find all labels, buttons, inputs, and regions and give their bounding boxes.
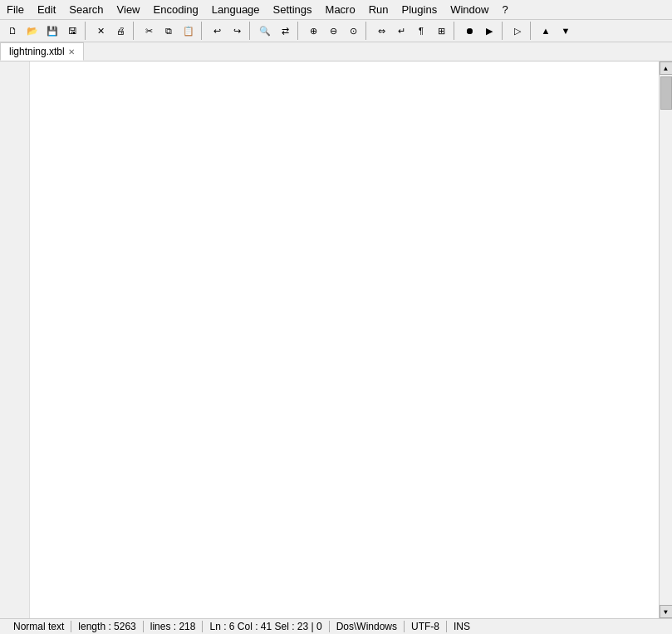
toolbar-sep-3 — [201, 22, 204, 40]
tb-print[interactable]: 🖨 — [111, 22, 130, 40]
tb-replace[interactable]: ⇄ — [276, 22, 294, 40]
menu-plugins[interactable]: Plugins — [395, 2, 444, 17]
toolbar-sep-7 — [454, 22, 457, 40]
tb-close[interactable]: ✕ — [91, 22, 110, 40]
editor: ▲ ▼ — [0, 61, 672, 618]
tb-open[interactable]: 📂 — [23, 22, 42, 40]
code-area[interactable] — [30, 61, 659, 618]
menu-encoding[interactable]: Encoding — [147, 2, 205, 17]
tb-save-all[interactable]: 🖫 — [63, 22, 81, 40]
tb-macro-rec[interactable]: ⏺ — [460, 22, 478, 40]
toolbar-sep-6 — [365, 22, 369, 40]
tab-close-icon[interactable]: ✕ — [68, 47, 75, 57]
statusbar: Normal text length : 5263 lines : 218 Ln… — [0, 618, 672, 634]
scroll-thumb[interactable] — [660, 76, 672, 110]
menu-language[interactable]: Language — [205, 2, 267, 17]
tb-indent-guide[interactable]: ⊞ — [432, 22, 450, 40]
toolbar-sep-2 — [133, 22, 136, 40]
scroll-down-arrow[interactable]: ▼ — [660, 605, 673, 618]
tb-up[interactable]: ▲ — [537, 22, 555, 40]
tb-undo[interactable]: ↩ — [208, 22, 226, 40]
status-length: length : 5263 — [71, 621, 143, 632]
status-encoding: UTF-8 — [405, 621, 447, 632]
tb-word-wrap[interactable]: ↵ — [392, 22, 410, 40]
tb-macro-play[interactable]: ▶ — [480, 22, 498, 40]
menu-help[interactable]: ? — [495, 2, 514, 17]
toolbar-sep-1 — [85, 22, 88, 40]
scroll-up-arrow[interactable]: ▲ — [660, 61, 673, 75]
scrollbar-y[interactable]: ▲ ▼ — [659, 61, 672, 618]
tb-cut[interactable]: ✂ — [140, 22, 158, 40]
tb-copy[interactable]: ⧉ — [159, 22, 178, 40]
tb-down[interactable]: ▼ — [557, 22, 575, 40]
tb-run[interactable]: ▷ — [508, 22, 527, 40]
line-numbers — [0, 61, 30, 618]
toolbar: 🗋 📂 💾 🖫 ✕ 🖨 ✂ ⧉ 📋 ↩ ↪ 🔍 ⇄ ⊕ ⊖ ⊙ ⇔ ↵ ¶ ⊞ … — [0, 20, 672, 42]
tabbar: lightning.xtbl ✕ — [0, 42, 672, 61]
tb-zoom-in[interactable]: ⊕ — [304, 22, 322, 40]
menu-macro[interactable]: Macro — [319, 2, 362, 17]
menu-window[interactable]: Window — [444, 2, 495, 17]
tb-paste[interactable]: 📋 — [179, 22, 198, 40]
menubar: File Edit Search View Encoding Language … — [0, 0, 672, 20]
menu-file[interactable]: File — [0, 2, 31, 17]
menu-run[interactable]: Run — [362, 2, 395, 17]
menu-edit[interactable]: Edit — [31, 2, 62, 17]
status-lines: lines : 218 — [144, 621, 204, 632]
tb-zoom-out[interactable]: ⊖ — [324, 22, 342, 40]
status-position: Ln : 6 Col : 41 Sel : 23 | 0 — [203, 621, 329, 632]
toolbar-sep-9 — [530, 22, 533, 40]
status-mode: Normal text — [7, 621, 71, 632]
toolbar-sep-5 — [297, 22, 301, 40]
tb-find[interactable]: 🔍 — [256, 22, 274, 40]
tb-redo[interactable]: ↪ — [228, 22, 246, 40]
tb-new[interactable]: 🗋 — [3, 22, 22, 40]
tb-all-chars[interactable]: ¶ — [412, 22, 430, 40]
tb-sync-scroll[interactable]: ⇔ — [372, 22, 390, 40]
menu-search[interactable]: Search — [62, 2, 110, 17]
tab-label: lightning.xtbl — [9, 46, 65, 57]
tb-save[interactable]: 💾 — [43, 22, 61, 40]
status-ins: INS — [447, 621, 477, 632]
toolbar-sep-8 — [502, 22, 505, 40]
menu-settings[interactable]: Settings — [267, 2, 319, 17]
toolbar-sep-4 — [249, 22, 253, 40]
tab-lightning-xtbl[interactable]: lightning.xtbl ✕ — [0, 42, 84, 61]
menu-view[interactable]: View — [110, 2, 147, 17]
tb-restore-zoom[interactable]: ⊙ — [344, 22, 362, 40]
status-eol: Dos\Windows — [330, 621, 405, 632]
